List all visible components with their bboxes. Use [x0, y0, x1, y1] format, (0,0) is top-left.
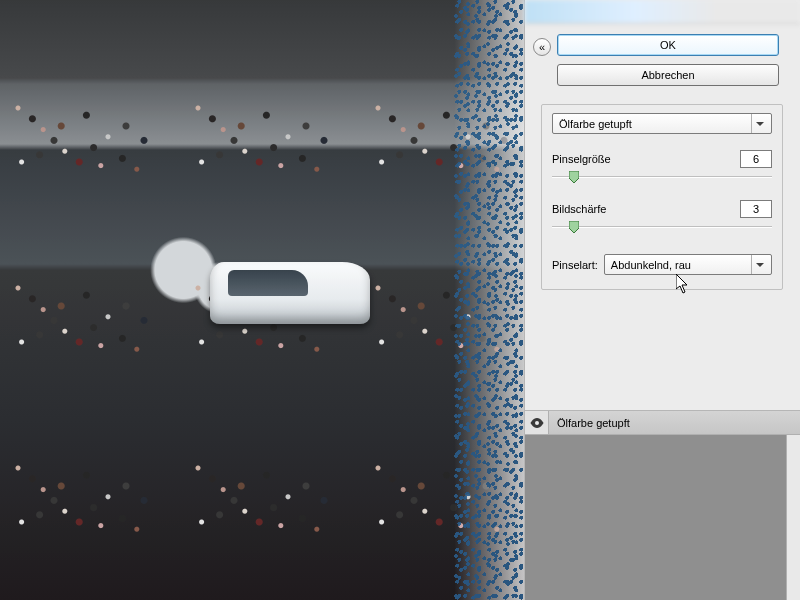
- brush-type-dropdown[interactable]: Abdunkelnd, rau: [604, 254, 772, 275]
- preview-noise-edge: [454, 0, 524, 600]
- sharpness-label: Bildschärfe: [552, 203, 606, 215]
- ok-button[interactable]: OK: [557, 34, 779, 56]
- cancel-button[interactable]: Abbrechen: [557, 64, 779, 86]
- brush-size-input[interactable]: [740, 150, 772, 168]
- filter-options-group: Ölfarbe getupft Pinselgröße Bildschärfe: [541, 104, 783, 290]
- dialog-buttons: OK Abbrechen: [557, 34, 779, 94]
- brush-type-row: Pinselart: Abdunkelnd, rau: [552, 254, 772, 275]
- filter-preview-area[interactable]: [0, 0, 524, 600]
- sharpness-slider[interactable]: [552, 220, 772, 234]
- brush-size-label: Pinselgröße: [552, 153, 611, 165]
- filter-layers-scrollbar[interactable]: [787, 435, 800, 600]
- filter-layer-name: Ölfarbe getupft: [549, 417, 630, 429]
- filter-layers-empty-area[interactable]: [525, 435, 787, 600]
- filter-layer-row[interactable]: Ölfarbe getupft: [525, 411, 800, 435]
- eye-icon: [530, 418, 544, 428]
- preview-image: [0, 0, 524, 600]
- brush-type-value: Abdunkelnd, rau: [611, 259, 691, 271]
- sharpness-input[interactable]: [740, 200, 772, 218]
- slider-track: [552, 226, 772, 228]
- slider-thumb[interactable]: [569, 221, 579, 233]
- svg-point-0: [535, 421, 539, 425]
- filter-name-label: Ölfarbe getupft: [559, 118, 632, 130]
- layer-visibility-toggle[interactable]: [525, 411, 549, 434]
- chevron-down-icon: [751, 255, 767, 274]
- chevron-down-icon: [751, 114, 767, 133]
- filter-layers-panel: Ölfarbe getupft: [525, 410, 800, 600]
- window-titlebar-blur: [525, 0, 800, 24]
- preview-car-shape: [210, 262, 370, 324]
- filter-settings-panel: « OK Abbrechen Ölfarbe getupft Pinselgrö…: [524, 0, 800, 600]
- brush-size-slider[interactable]: [552, 170, 772, 184]
- collapse-icon: «: [539, 42, 545, 53]
- sharpness-param: Bildschärfe: [552, 200, 772, 234]
- slider-thumb[interactable]: [569, 171, 579, 183]
- brush-size-param: Pinselgröße: [552, 150, 772, 184]
- collapse-panel-button[interactable]: «: [533, 38, 551, 56]
- filter-name-dropdown[interactable]: Ölfarbe getupft: [552, 113, 772, 134]
- brush-type-label: Pinselart:: [552, 259, 598, 271]
- slider-track: [552, 176, 772, 178]
